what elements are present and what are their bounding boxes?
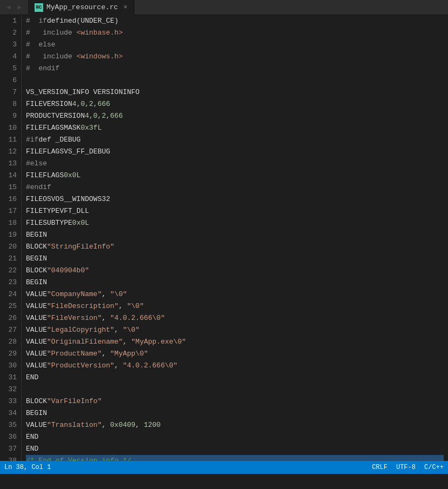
code-line: END [26,431,444,443]
line-number: 14 [4,170,17,182]
code-line: VS_VERSION_INFO VERSIONINFO [26,86,444,98]
line-number: 33 [4,396,17,407]
code-line: VALUE "ProductName", "MyApp\0" [26,348,444,360]
code-line: VALUE "FileDescription", "\0" [26,300,444,312]
line-number: 38 [4,455,17,461]
line-number: 34 [4,407,17,419]
line-number: 19 [4,229,17,241]
code-line: BEGIN [26,407,444,419]
file-icon: RC [35,3,43,12]
code-line: FILEOS VOS__WINDOWS32 [26,193,444,205]
code-line: FILEFLAGS VS_FF_DEBUG [26,146,444,158]
code-line: PRODUCTVERSION 4,0,2,666 [26,110,444,122]
code-line: FILEFLAGS 0x0L [26,170,444,182]
line-number: 18 [4,217,17,229]
line-number: 16 [4,193,17,205]
encoding: UTF-8 [396,464,416,471]
line-numbers: 1234567891011121314151617181920212223242… [0,15,22,461]
line-number: 31 [4,372,17,384]
code-line: /* End of Version info */ [26,455,444,461]
line-number: 2 [4,27,17,39]
code-line: END [26,372,444,384]
line-number: 36 [4,431,17,443]
line-number: 24 [4,289,17,300]
code-line: VALUE "FileVersion", "4.0.2.666\0" [26,312,444,324]
line-number: 13 [4,158,17,170]
code-line: FILEFLAGSMASK 0x3fL [26,122,444,134]
line-number: 30 [4,360,17,372]
line-number: 12 [4,146,17,158]
code-line: BLOCK "040904b0" [26,265,444,277]
line-number: 5 [4,63,17,75]
code-line: # include <winbase.h> [26,27,444,39]
tab-bar: RC MyApp_resource.rc × [28,0,444,15]
line-number: 25 [4,300,17,312]
code-line [26,75,444,86]
code-line: FILESUBTYPE 0x0L [26,217,444,229]
code-line [26,384,444,396]
language: C/C++ [424,464,444,471]
line-number: 6 [4,75,17,86]
forward-button[interactable]: ▶ [15,3,24,12]
line-number: 23 [4,277,17,289]
code-line: BLOCK "StringFileInfo" [26,241,444,253]
line-number: 11 [4,134,17,146]
line-number: 10 [4,122,17,134]
line-number: 17 [4,205,17,217]
code-line: BLOCK "VarFileInfo" [26,396,444,407]
line-number: 37 [4,443,17,455]
code-line: VALUE "ProductVersion", "4.0.2.666\0" [26,360,444,372]
code-line: # include <windows.h> [26,51,444,63]
status-right: CRLF UTF-8 C/C++ [372,464,444,471]
line-number: 26 [4,312,17,324]
code-line: VALUE "LegalCopyright", "\0" [26,324,444,336]
line-number: 1 [4,15,17,27]
code-line: VALUE "CompanyName", "\0" [26,289,444,300]
line-number: 35 [4,419,17,431]
code-line: #endif [26,182,444,193]
line-number: 21 [4,253,17,265]
line-number: 28 [4,336,17,348]
editor-container: 1234567891011121314151617181920212223242… [0,15,448,461]
line-number: 7 [4,86,17,98]
code-line: FILEVERSION 4,0,2,666 [26,98,444,110]
file-tab[interactable]: RC MyApp_resource.rc × [28,0,134,15]
cursor-position: Ln 38, Col 1 [4,464,51,471]
tab-close-button[interactable]: × [124,4,127,11]
code-line: #ifdef _DEBUG [26,134,444,146]
back-button[interactable]: ◀ [4,3,13,12]
status-bar: Ln 38, Col 1 CRLF UTF-8 C/C++ [0,461,448,474]
title-bar: ◀ ▶ RC MyApp_resource.rc × [0,0,448,15]
line-number: 9 [4,110,17,122]
code-line: BEGIN [26,229,444,241]
code-line: # if defined(UNDER_CE) [26,15,444,27]
code-line: FILETYPE VFT_DLL [26,205,444,217]
line-ending: CRLF [372,464,388,471]
line-number: 27 [4,324,17,336]
code-line: # endif [26,63,444,75]
code-area[interactable]: # if defined(UNDER_CE)# include <winbase… [22,15,448,461]
line-number: 22 [4,265,17,277]
line-number: 15 [4,182,17,193]
code-line: # else [26,39,444,51]
line-number: 4 [4,51,17,63]
line-number: 3 [4,39,17,51]
line-number: 32 [4,384,17,396]
code-line: BEGIN [26,277,444,289]
line-number: 29 [4,348,17,360]
code-line: BEGIN [26,253,444,265]
line-number: 8 [4,98,17,110]
nav-buttons: ◀ ▶ [4,3,24,12]
code-line: VALUE "Translation", 0x0409, 1200 [26,419,444,431]
code-line: VALUE "OriginalFilename", "MyApp.exe\0" [26,336,444,348]
code-line: #else [26,158,444,170]
line-number: 20 [4,241,17,253]
code-line: END [26,443,444,455]
tab-filename: MyApp_resource.rc [46,3,118,11]
